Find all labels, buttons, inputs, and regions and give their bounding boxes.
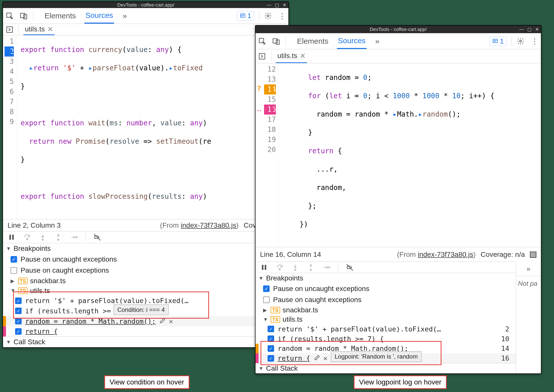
gutter[interactable]: 12 13 14 15 16 17 18 19 20 <box>263 63 279 247</box>
breakpoint-row[interactable]: ✓ return '$' + parseFloat(value).toFixed… <box>256 324 516 334</box>
window-title: DevTools - coffee-cart.app/ <box>370 27 427 32</box>
ts-file-icon: TS <box>18 287 28 294</box>
svg-point-4 <box>267 15 269 17</box>
inspect-icon[interactable] <box>258 37 267 46</box>
checkbox-checked-icon[interactable]: ✓ <box>268 335 274 342</box>
svg-point-10 <box>58 239 59 240</box>
pause-icon[interactable] <box>8 233 16 241</box>
file-tab[interactable]: utils.ts ✕ <box>23 24 55 35</box>
breakpoint-row-hover[interactable]: ✓ random = random * Math.random(); ✕ 14 <box>3 316 288 326</box>
close-icon[interactable]: ✕ <box>283 2 286 8</box>
file-tab[interactable]: utils.ts ✕ <box>276 49 307 63</box>
checkbox-checked-icon[interactable]: ✓ <box>15 298 22 304</box>
tab-overflow[interactable]: » <box>122 9 128 23</box>
pause-caught-row[interactable]: ✓ Pause on caught exceptions <box>256 294 516 305</box>
checkbox-empty-icon[interactable]: ✓ <box>11 267 17 274</box>
pause-uncaught-row[interactable]: ✓ Pause on uncaught exceptions <box>3 254 288 265</box>
cursor-position: Line 16, Column 14 <box>260 251 321 259</box>
gutter[interactable]: 1 2 3 4 5 6 7 8 9 <box>3 35 17 219</box>
breakpoints-section[interactable]: ▼ Breakpoints <box>3 243 288 254</box>
checkbox-checked-icon[interactable]: ✓ <box>268 345 274 352</box>
issues-chip[interactable]: 1 <box>489 36 507 46</box>
step-icon[interactable] <box>70 233 78 241</box>
checkbox-checked-icon[interactable]: ✓ <box>15 308 22 314</box>
checkbox-checked-icon[interactable]: ✓ <box>11 256 17 263</box>
inspect-icon[interactable] <box>5 11 14 20</box>
more-icon[interactable]: ⋮ <box>278 12 286 20</box>
tab-elements[interactable]: Elements <box>296 34 329 48</box>
breakpoints-section[interactable]: ▼ Breakpoints <box>256 273 516 283</box>
step-icon[interactable] <box>322 263 330 271</box>
breakpoint-row[interactable]: ✓ return '$' + parseFloat(value).toFixed… <box>3 296 288 306</box>
tab-overflow[interactable]: » <box>374 34 380 48</box>
coverage-icon[interactable]: ▥ <box>530 251 536 258</box>
code-area[interactable]: export function currency(value: any) { ▸… <box>17 35 211 219</box>
code-area[interactable]: let random = 0; for (let i = 0; i < 1000… <box>279 63 494 247</box>
pause-caught-row[interactable]: ✓ Pause on caught exceptions <box>3 265 288 276</box>
svg-rect-7 <box>12 235 14 240</box>
source-map-link[interactable]: index-73f73a80.js <box>418 251 473 258</box>
callstack-section[interactable]: ▼ Call Stack <box>3 336 288 347</box>
svg-rect-19 <box>265 265 266 270</box>
step-over-icon[interactable] <box>23 233 31 241</box>
deactivate-breakpoints-icon[interactable] <box>346 263 354 271</box>
coverage-label: Coverage: n/a <box>481 251 525 259</box>
tab-elements[interactable]: Elements <box>43 9 77 23</box>
chevron-right-icon: ▶ <box>263 307 268 313</box>
breakpoint-row[interactable]: ✓ return { 16 <box>3 326 288 337</box>
editor[interactable]: ? ‥ 12 13 14 15 16 17 18 19 20 let rando… <box>256 63 541 247</box>
file-group-utils[interactable]: ▼ TS utils.ts <box>256 315 516 324</box>
checkbox-checked-icon[interactable]: ✓ <box>15 328 22 335</box>
edit-icon[interactable] <box>159 317 166 325</box>
more-icon[interactable]: ⋮ <box>530 37 539 45</box>
step-over-icon[interactable] <box>276 263 284 271</box>
step-into-icon[interactable] <box>291 263 299 271</box>
svg-rect-5 <box>7 27 13 33</box>
device-icon[interactable] <box>19 11 28 20</box>
svg-rect-1 <box>21 13 25 18</box>
nav-pane-icon[interactable] <box>258 52 267 61</box>
checkbox-empty-icon[interactable]: ✓ <box>263 297 270 303</box>
step-out-icon[interactable] <box>307 263 315 271</box>
tab-sources[interactable]: Sources <box>337 33 367 49</box>
logpoint-marker: 16 <box>264 105 276 115</box>
edit-icon[interactable] <box>314 354 320 362</box>
close-tab-icon[interactable]: ✕ <box>300 52 306 60</box>
chevron-down-icon: ▼ <box>263 317 268 322</box>
nav-pane-icon[interactable] <box>5 25 14 34</box>
file-group-snackbar[interactable]: ▶ TS snackbar.ts <box>256 305 516 315</box>
expand-pane-icon[interactable]: » <box>527 265 531 273</box>
maximize-icon[interactable]: ▢ <box>275 2 279 8</box>
checkbox-checked-icon[interactable]: ✓ <box>15 318 22 324</box>
settings-icon[interactable] <box>517 37 525 45</box>
file-group-utils[interactable]: ▼ TS utils.ts <box>3 286 288 296</box>
checkbox-checked-icon[interactable]: ✓ <box>268 326 274 332</box>
status-bar: Line 16, Column 14 (From index-73f73a80.… <box>256 247 541 262</box>
settings-icon[interactable] <box>264 12 273 20</box>
checkbox-checked-icon[interactable]: ✓ <box>268 355 274 362</box>
file-group-snackbar[interactable]: ▶ TS snackbar.ts <box>3 276 288 286</box>
logpoint-tooltip: Logpoint: 'Random is ', random <box>331 351 422 362</box>
deactivate-breakpoints-icon[interactable] <box>93 233 101 241</box>
delete-icon[interactable]: ✕ <box>323 354 327 362</box>
callstack-section[interactable]: ▼ Call Stack <box>256 363 516 373</box>
close-tab-icon[interactable]: ✕ <box>47 25 53 33</box>
titlebar: DevTools - coffee-cart.app/ — ▢ ✕ <box>256 26 541 33</box>
checkbox-checked-icon[interactable]: ✓ <box>263 285 270 292</box>
minimize-icon[interactable]: — <box>519 27 524 32</box>
close-icon[interactable]: ✕ <box>535 27 539 32</box>
pause-uncaught-row[interactable]: ✓ Pause on uncaught exceptions <box>256 283 516 294</box>
svg-point-21 <box>295 269 296 271</box>
maximize-icon[interactable]: ▢ <box>527 27 532 32</box>
breakpoint-row[interactable]: ✓ if (results.length >= 7) { 10 <box>256 334 516 344</box>
step-out-icon[interactable] <box>54 233 62 241</box>
tab-sources[interactable]: Sources <box>84 8 114 24</box>
issues-chip[interactable]: 1 <box>237 11 254 21</box>
source-map-link[interactable]: index-73f73a80.js <box>181 221 236 229</box>
device-icon[interactable] <box>272 37 281 46</box>
delete-icon[interactable]: ✕ <box>169 317 173 325</box>
editor[interactable]: 1 2 3 4 5 6 7 8 9 export function curren… <box>3 35 288 219</box>
step-into-icon[interactable] <box>39 233 47 241</box>
minimize-icon[interactable]: — <box>267 2 271 8</box>
pause-icon[interactable] <box>260 263 268 271</box>
